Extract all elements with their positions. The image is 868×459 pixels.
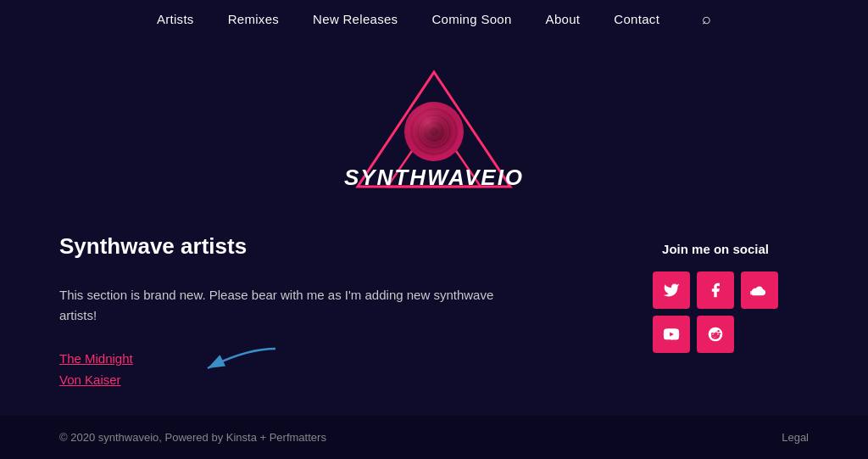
description-text: This section is brand new. Please bear w… (59, 285, 534, 326)
youtube-button[interactable] (653, 316, 690, 353)
arrow-annotation (195, 344, 280, 382)
left-section: Synthwave artists This section is brand … (59, 233, 588, 394)
nav-remixes[interactable]: Remixes (228, 12, 279, 26)
footer-copyright: © 2020 synthwaveio, Powered by Kinsta + … (59, 431, 326, 444)
logo-area: SYNTHWAVEIO (0, 38, 868, 216)
nav-coming-soon[interactable]: Coming Soon (431, 12, 511, 26)
social-title: Join me on social (622, 242, 809, 256)
nav-artists[interactable]: Artists (157, 12, 194, 26)
logo-container: SYNTHWAVEIO (341, 55, 527, 191)
social-grid (622, 271, 809, 353)
artists-list: The Midnight Von Kaiser (59, 351, 588, 387)
twitter-button[interactable] (653, 271, 690, 309)
logo-text: SYNTHWAVEIO (344, 165, 524, 190)
soundcloud-button[interactable] (741, 271, 778, 309)
footer: © 2020 synthwaveio, Powered by Kinsta + … (0, 416, 868, 459)
reddit-button[interactable] (697, 316, 734, 353)
nav-new-releases[interactable]: New Releases (313, 12, 398, 26)
artist-link-vonkaiser[interactable]: Von Kaiser (59, 372, 588, 387)
svg-rect-11 (750, 291, 751, 294)
artist-link-midnight[interactable]: The Midnight (59, 351, 588, 366)
facebook-button[interactable] (697, 271, 734, 309)
sidebar: Join me on social (622, 233, 809, 394)
page-title: Synthwave artists (59, 233, 588, 260)
svg-rect-12 (752, 290, 753, 294)
svg-point-9 (404, 102, 464, 161)
search-icon[interactable]: ⌕ (702, 10, 711, 28)
main-content: Synthwave artists This section is brand … (0, 216, 868, 428)
main-nav: Artists Remixes New Releases Coming Soon… (0, 0, 868, 38)
nav-about[interactable]: About (546, 12, 581, 26)
footer-legal[interactable]: Legal (782, 431, 809, 444)
arrow-icon (195, 344, 280, 378)
svg-rect-13 (754, 289, 754, 294)
nav-contact[interactable]: Contact (614, 12, 659, 26)
